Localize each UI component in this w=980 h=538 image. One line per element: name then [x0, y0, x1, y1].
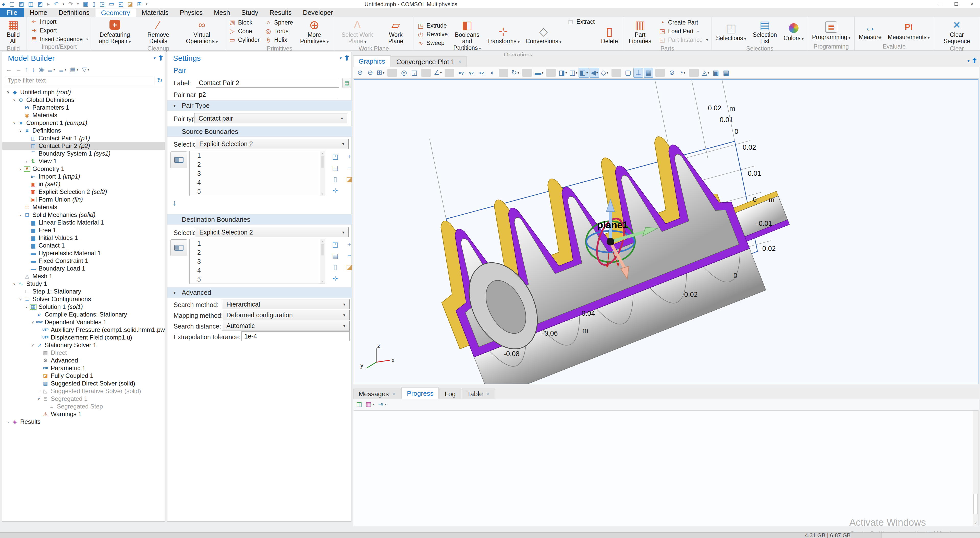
zoom-extents-button[interactable]: ◎: [399, 68, 409, 78]
tree-item[interactable]: Pi= Parametric 1: [2, 364, 165, 372]
expand-arrow-icon[interactable]: ›: [5, 420, 11, 424]
view-xz-button[interactable]: xz: [477, 68, 487, 78]
expand-arrow-icon[interactable]: ∨: [35, 396, 42, 401]
remove-from-selection-icon[interactable]: −: [347, 164, 351, 172]
pair-name-input[interactable]: [196, 89, 339, 99]
new-file-icon[interactable]: ▢: [10, 0, 15, 8]
destination-active-toggle-button[interactable]: [170, 239, 187, 256]
default-3d-view-button[interactable]: ∠ ▾: [433, 68, 442, 78]
list-item[interactable]: 3: [189, 169, 325, 178]
scrollbar-thumb[interactable]: [974, 494, 978, 514]
zoom-to-selection-icon[interactable]: ⊹: [332, 187, 338, 195]
zoom-preview-icon[interactable]: ⊞: [137, 0, 142, 8]
zoom-box-button[interactable]: ⊞ ▾: [375, 68, 385, 78]
menu-tab-definitions[interactable]: Definitions: [53, 8, 95, 17]
export-button[interactable]: ⇥ Export: [28, 26, 90, 35]
transparency-button[interactable]: ◇ ▾: [600, 68, 609, 78]
pair-type-select[interactable]: Contact pair ▾: [194, 113, 347, 123]
zoom-to-selection-icon[interactable]: ⊹: [332, 275, 338, 282]
show-axis-button[interactable]: ⊥: [633, 68, 643, 78]
redo-icon[interactable]: ↷: [68, 0, 73, 8]
menu-tab-materials[interactable]: Materials: [136, 8, 174, 17]
create-selection-icon[interactable]: ◳: [332, 241, 339, 249]
tree-item[interactable]: ◪ Fully Coupled 1: [2, 372, 165, 380]
part-instance-button[interactable]: ◱ Part Instance ▾: [657, 35, 710, 44]
revolve-button[interactable]: ◷ Revolve: [415, 30, 450, 39]
menu-tab-study[interactable]: Study: [235, 8, 264, 17]
build-all-button[interactable]: ▦ Build All: [2, 18, 25, 45]
cylinder-button[interactable]: ▭ Cylinder: [227, 35, 262, 44]
show-grid-button[interactable]: ▦: [644, 68, 653, 78]
projection-button[interactable]: ◖: [487, 68, 496, 78]
paste-selection-icon[interactable]: ▯: [333, 175, 337, 183]
copy-selection-icon[interactable]: ▤: [332, 252, 339, 260]
tree-item[interactable]: ∨ uvw Dependent Variables 1: [2, 318, 165, 326]
part-libraries-button[interactable]: ▥ Part Libraries: [625, 18, 655, 45]
create-part-button[interactable]: ◔ Create Part: [657, 18, 710, 27]
list-item[interactable]: 1: [189, 151, 325, 160]
expand-arrow-icon[interactable]: ›: [35, 389, 42, 393]
cone-button[interactable]: ▷ Cone: [227, 27, 262, 35]
tree-item[interactable]: ∨ ▦ Solution 1 (sol1): [2, 303, 165, 311]
nav-back-button[interactable]: ←: [6, 66, 12, 73]
create-selection-icon[interactable]: ◳: [332, 153, 339, 161]
search-method-select[interactable]: Hierarchical▾: [222, 299, 350, 310]
tree-item[interactable]: ⌒ Boundary System 1 (sys1): [2, 150, 165, 157]
tree-item[interactable]: ∨ ⊕ Global Definitions: [2, 96, 165, 104]
close-tab-icon[interactable]: ×: [393, 389, 396, 399]
rotate-view-button[interactable]: ↻ ▾: [511, 68, 520, 78]
work-plane-button[interactable]: ▱ Work Plane: [380, 18, 412, 45]
zoom-out-button[interactable]: ⊖: [366, 68, 375, 78]
pin-icon[interactable]: [346, 56, 348, 61]
progress-table-icon[interactable]: ▦ ▾: [366, 401, 375, 408]
scroll-down-icon[interactable]: ∨: [973, 521, 978, 525]
close-tab-icon[interactable]: ×: [487, 389, 490, 399]
color-palette-button[interactable]: ◔ ▾: [677, 68, 687, 78]
extract-button[interactable]: ◻ Extract: [565, 18, 597, 26]
section-view-button[interactable]: ◀ ▾: [590, 68, 599, 78]
menu-tab-physics[interactable]: Physics: [174, 8, 208, 17]
rename-toggle-icon[interactable]: ▤: [342, 78, 351, 88]
tab-progress[interactable]: Progress: [401, 388, 439, 399]
tab-graphics[interactable]: Graphics: [353, 56, 390, 67]
tab-messages[interactable]: Messages ×: [353, 388, 401, 399]
source-boundaries-list[interactable]: 12345 ∧∨: [189, 151, 325, 196]
move-down-button[interactable]: ↓: [32, 66, 35, 73]
load-part-button[interactable]: ◳ Load Part ▾: [657, 27, 710, 35]
list-scrollbar[interactable]: ∧∨: [320, 239, 325, 284]
tree-item[interactable]: ∨ ≡ Definitions: [2, 127, 165, 134]
tree-item[interactable]: ∨ ≣ Solver Configurations: [2, 295, 165, 303]
expand-arrow-icon[interactable]: ∨: [17, 166, 24, 171]
sphere-button[interactable]: ○ Sphere: [262, 18, 295, 27]
add-to-selection-icon[interactable]: +: [347, 153, 351, 161]
tree-item[interactable]: › ◈ Results: [2, 418, 165, 426]
tree-item[interactable]: ∂ Compile Equations: Stationary: [2, 311, 165, 318]
comsol-logo-icon[interactable]: ◕: [2, 0, 5, 8]
colors-button[interactable]: Colors▾: [781, 21, 806, 42]
tree-item[interactable]: ▬ Fixed Constraint 1: [2, 257, 165, 265]
select-work-plane-button[interactable]: Λ Select Work Plane▾: [336, 18, 379, 45]
tree-item[interactable]: ∨ ⊟ Solid Mechanics (solid): [2, 211, 165, 219]
zoom-selected-button[interactable]: ◱: [409, 68, 419, 78]
selections-button[interactable]: ◰ Selections▾: [713, 21, 749, 42]
defeaturing-repair-button[interactable]: + Defeaturing and Repair▾: [94, 18, 136, 45]
expand-arrow-icon[interactable]: ∨: [17, 297, 24, 302]
expand-arrow-icon[interactable]: ∨: [5, 90, 11, 94]
menu-tab-mesh[interactable]: Mesh: [208, 8, 236, 17]
maximize-button[interactable]: □: [948, 0, 964, 8]
tree-item[interactable]: ▬ Boundary Load 1: [2, 265, 165, 272]
measurements-button[interactable]: Pi Measurements▾: [885, 20, 932, 41]
tab-convergence-plot[interactable]: Convergence Plot 1 ×: [391, 56, 467, 67]
tree-item[interactable]: ∨ Ξ Segregated 1: [2, 395, 165, 402]
tab-table[interactable]: Table ×: [462, 388, 495, 399]
nav-forward-button[interactable]: →: [16, 66, 22, 73]
tree-filter-input[interactable]: [5, 76, 154, 85]
source-active-toggle-button[interactable]: [170, 152, 187, 168]
tree-item[interactable]: ▆ Linear Elastic Material 1: [2, 219, 165, 226]
print-button[interactable]: ▤: [721, 68, 731, 78]
expand-arrow-icon[interactable]: ∨: [29, 343, 36, 347]
swap-source-destination-icon[interactable]: ↕: [172, 198, 177, 207]
delete-button[interactable]: ▯ Delete: [598, 24, 621, 45]
measure-button[interactable]: ↔ Measure: [856, 20, 884, 41]
tree-item[interactable]: ◫ Contact Pair 1 (p1): [2, 134, 165, 142]
